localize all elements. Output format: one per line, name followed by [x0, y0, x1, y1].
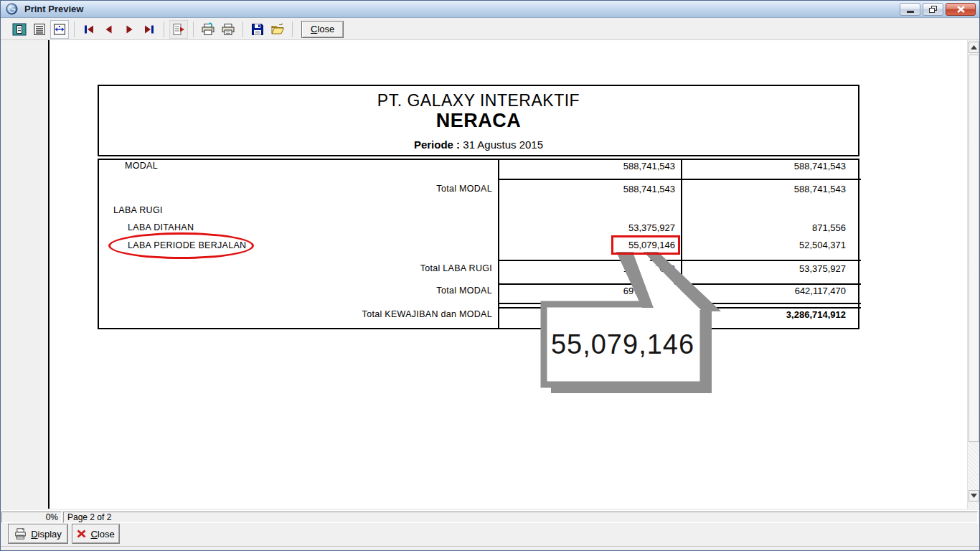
footer-close-underline: C — [90, 529, 97, 540]
highlight-box — [611, 235, 680, 255]
whole-page-button[interactable] — [10, 20, 29, 39]
last-page-button[interactable] — [140, 20, 159, 39]
close-label-underline: C — [311, 24, 317, 34]
scrollbar-thumb[interactable] — [969, 55, 979, 442]
cell-total-modal-col1: 588,741,543 — [498, 184, 675, 194]
page-width-button[interactable] — [30, 20, 49, 39]
report-period: Periode : 31 Agustus 2015 — [98, 138, 859, 151]
toolbar-separator — [292, 22, 293, 37]
cell-modal-col2: 588,741,543 — [681, 161, 846, 171]
row-label-total-modal: Total MODAL — [98, 184, 492, 194]
cell-laba-periode-col2: 52,504,371 — [681, 240, 846, 250]
last-page-icon — [142, 22, 156, 37]
print-setup-icon — [201, 22, 215, 37]
goto-page-button[interactable] — [169, 20, 188, 39]
first-page-button[interactable] — [80, 20, 98, 39]
toolbar-separator — [164, 22, 164, 37]
scroll-down-icon — [971, 494, 977, 498]
next-page-button[interactable] — [120, 20, 138, 39]
titlebar: Print Preview — [1, 1, 979, 18]
row-label-laba-rugi: LABA RUGI — [113, 205, 163, 215]
cell-total-modal2-col1: 697,196,616 — [498, 286, 675, 296]
minimize-icon — [907, 6, 914, 13]
footer-close-rest: lose — [98, 529, 115, 540]
statusbar: 0% Page 2 of 2 — [1, 510, 979, 523]
footer-close-button[interactable]: Close — [72, 524, 120, 544]
vertical-scrollbar[interactable] — [967, 40, 979, 509]
close-window-button[interactable] — [946, 3, 976, 16]
minimize-button[interactable] — [900, 3, 920, 16]
page-width-icon — [32, 22, 47, 37]
callout-value: 55,079,146 — [540, 301, 705, 388]
app-globe-icon — [6, 3, 18, 15]
cell-laba-ditahan-col1: 53,375,927 — [498, 222, 675, 233]
footer-buttonbar: Display Close — [1, 523, 979, 546]
row-label-total-modal-2: Total MODAL — [98, 286, 492, 296]
zoom-page-button[interactable] — [50, 20, 69, 39]
company-name: PT. GALAXY INTERAKTIF — [98, 91, 859, 110]
print-icon — [221, 22, 235, 37]
cell-total-laba-rugi-col2: 53,375,927 — [681, 263, 846, 274]
toolbar: Close — [1, 19, 979, 40]
row-label-modal: MODAL — [125, 161, 158, 171]
cell-total-modal2-col2: 642,117,470 — [681, 286, 846, 296]
print-preview-window: Print Preview — [0, 0, 980, 551]
cell-total-laba-rugi-col1: 108,455,073 — [498, 263, 675, 274]
close-label-rest: lose — [317, 24, 334, 34]
scroll-down-button[interactable] — [969, 490, 979, 501]
window-bottom-strip — [1, 546, 979, 551]
page-indicator: Page 2 of 2 — [63, 512, 978, 523]
row-label-total-kewajiban-modal: Total KEWAJIBAN dan MODAL — [98, 309, 492, 319]
display-button[interactable]: Display — [8, 524, 68, 544]
scroll-up-icon — [971, 45, 977, 50]
prev-page-icon — [102, 22, 116, 37]
preview-area: PT. GALAXY INTERAKTIF NERACA Periode : 3… — [1, 40, 979, 509]
highlight-ellipse — [108, 232, 254, 259]
print-setup-button[interactable] — [199, 20, 217, 39]
period-value: 31 Agustus 2015 — [463, 138, 543, 151]
restore-icon — [929, 6, 938, 14]
display-label-underline: D — [31, 529, 37, 540]
zoom-page-icon — [52, 22, 67, 37]
restore-button[interactable] — [923, 3, 943, 16]
row-label-total-laba-rugi: Total LABA RUGI — [98, 263, 492, 273]
window-title: Print Preview — [24, 4, 83, 14]
scroll-up-button[interactable] — [969, 42, 979, 53]
report-title: NERACA — [98, 110, 859, 132]
save-button[interactable] — [248, 20, 267, 39]
toolbar-separator — [242, 22, 243, 37]
row-rule — [498, 179, 861, 180]
printer-icon — [14, 528, 27, 540]
print-button[interactable] — [219, 20, 237, 39]
whole-page-icon — [12, 22, 27, 37]
toolbar-separator — [193, 22, 194, 37]
toolbar-separator — [74, 22, 75, 37]
row-label-laba-ditahan: LABA DITAHAN — [128, 222, 194, 232]
save-icon — [250, 22, 265, 37]
row-rule — [498, 283, 861, 285]
open-folder-icon — [270, 22, 285, 37]
cell-total-kewajiban-col2: 3,286,714,912 — [681, 309, 846, 320]
row-rule — [498, 260, 861, 261]
cell-modal-col1: 588,741,543 — [498, 161, 675, 171]
next-page-icon — [122, 22, 136, 37]
goto-page-icon — [171, 22, 186, 37]
prev-page-button[interactable] — [100, 20, 118, 39]
display-label-rest: isplay — [38, 529, 62, 540]
red-x-icon — [77, 529, 86, 538]
cell-total-modal-col2: 588,741,543 — [681, 184, 846, 194]
period-label: Periode : — [414, 138, 460, 151]
close-icon — [957, 6, 965, 13]
open-button[interactable] — [268, 20, 287, 39]
report-page: PT. GALAXY INTERAKTIF NERACA Periode : 3… — [1, 40, 969, 510]
cell-laba-ditahan-col2: 871,556 — [681, 222, 846, 233]
first-page-icon — [82, 22, 96, 37]
zoom-level: 0% — [1, 512, 62, 523]
toolbar-close-button[interactable]: Close — [301, 21, 344, 38]
